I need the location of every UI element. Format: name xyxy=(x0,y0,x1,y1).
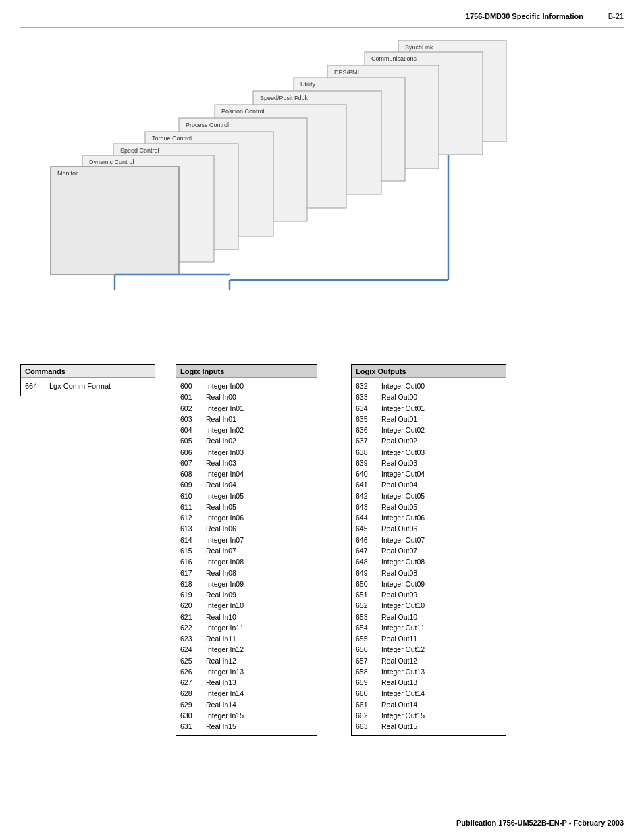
logix-output-row: 654Integer Out11 xyxy=(356,622,502,633)
logix-output-row: 644Integer Out06 xyxy=(356,512,502,523)
output-label: Real Out14 xyxy=(381,699,417,710)
output-num: 636 xyxy=(356,425,375,435)
logix-input-row: 601Real In00 xyxy=(180,391,313,402)
logix-output-row: 639Real Out03 xyxy=(356,458,502,468)
input-num: 616 xyxy=(180,556,199,567)
svg-text:Speed/Posit Fdbk: Speed/Posit Fdbk xyxy=(260,94,308,101)
commands-box: Commands 664Lgx Comm Format xyxy=(20,364,155,396)
tab-diagram: SynchLink Communications DPS/PMI Utility… xyxy=(41,37,603,294)
input-label: Real In04 xyxy=(206,479,236,490)
input-label: Real In02 xyxy=(206,435,236,446)
output-num: 651 xyxy=(356,589,375,600)
input-num: 631 xyxy=(180,721,199,732)
output-num: 638 xyxy=(356,447,375,458)
input-label: Integer In06 xyxy=(206,512,244,523)
logix-input-row: 619Real In09 xyxy=(180,589,313,600)
output-num: 652 xyxy=(356,600,375,611)
output-num: 647 xyxy=(356,545,375,556)
output-label: Real Out02 xyxy=(381,435,417,446)
logix-input-row: 631Real In15 xyxy=(180,721,313,732)
input-label: Integer In03 xyxy=(206,447,244,458)
logix-output-row: 661Real Out14 xyxy=(356,699,502,710)
output-label: Integer Out14 xyxy=(381,688,425,699)
input-label: Real In01 xyxy=(206,414,236,425)
input-label: Integer In05 xyxy=(206,491,244,502)
output-label: Real Out15 xyxy=(381,721,417,732)
logix-outputs-box: Logix Outputs 632Integer Out00633Real Ou… xyxy=(351,364,506,736)
input-num: 601 xyxy=(180,391,199,402)
logix-output-row: 641Real Out04 xyxy=(356,479,502,490)
logix-input-row: 618Integer In09 xyxy=(180,578,313,589)
input-label: Real In10 xyxy=(206,612,236,622)
logix-input-row: 623Real In11 xyxy=(180,633,313,644)
svg-text:DPS/PMI: DPS/PMI xyxy=(334,69,359,76)
input-num: 620 xyxy=(180,600,199,611)
input-label: Real In14 xyxy=(206,699,236,710)
input-label: Integer In00 xyxy=(206,381,244,391)
logix-output-row: 646Integer Out07 xyxy=(356,535,502,545)
logix-outputs-header: Logix Outputs xyxy=(352,365,506,378)
output-num: 663 xyxy=(356,721,375,732)
logix-input-row: 604Integer In02 xyxy=(180,425,313,435)
output-label: Real Out06 xyxy=(381,523,417,534)
output-num: 641 xyxy=(356,479,375,490)
input-num: 606 xyxy=(180,447,199,458)
input-label: Real In13 xyxy=(206,677,236,688)
logix-input-row: 607Real In03 xyxy=(180,458,313,468)
output-num: 644 xyxy=(356,512,375,523)
logix-input-row: 617Real In08 xyxy=(180,568,313,578)
input-num: 630 xyxy=(180,710,199,721)
output-label: Real Out10 xyxy=(381,612,417,622)
output-num: 650 xyxy=(356,578,375,589)
logix-input-row: 605Real In02 xyxy=(180,435,313,446)
input-num: 615 xyxy=(180,545,199,556)
output-num: 653 xyxy=(356,612,375,622)
svg-text:Torque Control: Torque Control xyxy=(152,135,192,142)
input-label: Real In09 xyxy=(206,589,236,600)
input-num: 612 xyxy=(180,512,199,523)
output-num: 643 xyxy=(356,502,375,512)
input-num: 623 xyxy=(180,633,199,644)
output-label: Integer Out12 xyxy=(381,644,425,655)
output-label: Integer Out08 xyxy=(381,556,425,567)
input-num: 611 xyxy=(180,502,199,512)
output-label: Integer Out05 xyxy=(381,491,425,502)
output-label: Integer Out04 xyxy=(381,468,425,479)
logix-output-row: 657Real Out12 xyxy=(356,655,502,666)
page-footer: Publication 1756-UM522B-EN-P - February … xyxy=(456,819,624,827)
output-num: 632 xyxy=(356,381,375,391)
logix-inputs-box: Logix Inputs 600Integer In00601Real In00… xyxy=(176,364,317,736)
logix-input-row: 600Integer In00 xyxy=(180,381,313,391)
input-label: Real In11 xyxy=(206,633,236,644)
input-label: Real In08 xyxy=(206,568,236,578)
logix-input-row: 630Integer In15 xyxy=(180,710,313,721)
input-label: Integer In08 xyxy=(206,556,244,567)
logix-inputs-header: Logix Inputs xyxy=(176,365,317,378)
output-label: Integer Out00 xyxy=(381,381,425,391)
logix-input-row: 616Integer In08 xyxy=(180,556,313,567)
input-label: Integer In07 xyxy=(206,535,244,545)
input-num: 618 xyxy=(180,578,199,589)
page-title: 1756-DMD30 Specific Information xyxy=(466,12,583,20)
logix-output-row: 649Real Out08 xyxy=(356,568,502,578)
logix-output-row: 648Integer Out08 xyxy=(356,556,502,567)
input-label: Real In03 xyxy=(206,458,236,468)
output-label: Real Out00 xyxy=(381,391,417,402)
output-num: 660 xyxy=(356,688,375,699)
tab-monitor: Monitor xyxy=(51,167,179,275)
logix-input-row: 602Integer In01 xyxy=(180,403,313,414)
logix-output-row: 637Real Out02 xyxy=(356,435,502,446)
input-label: Real In00 xyxy=(206,391,236,402)
logix-output-row: 650Integer Out09 xyxy=(356,578,502,589)
logix-input-row: 620Integer In10 xyxy=(180,600,313,611)
output-label: Integer Out11 xyxy=(381,622,425,633)
output-num: 661 xyxy=(356,699,375,710)
output-num: 642 xyxy=(356,491,375,502)
input-label: Integer In09 xyxy=(206,578,244,589)
svg-text:Process Control: Process Control xyxy=(186,121,229,128)
logix-input-row: 611Real In05 xyxy=(180,502,313,512)
input-num: 603 xyxy=(180,414,199,425)
logix-output-row: 645Real Out06 xyxy=(356,523,502,534)
logix-input-row: 608Integer In04 xyxy=(180,468,313,479)
svg-text:Communications: Communications xyxy=(371,55,417,62)
